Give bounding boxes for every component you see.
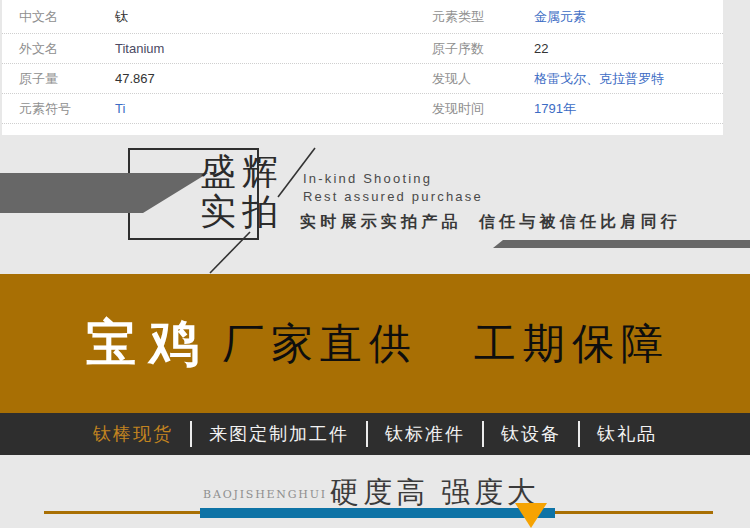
field-value-link[interactable]: 1791年 [534, 100, 723, 118]
shoot-english-text: In-kind Shooting Rest assured purchase [303, 170, 483, 205]
brand-line-2: 实拍 [158, 192, 284, 232]
category-item-custom-machining[interactable]: 来图定制加工件 [209, 422, 349, 446]
shoot-section: 盛辉 实拍 In-kind Shooting Rest assured purc… [0, 135, 750, 274]
table-row: 中文名 钛 元素类型 金属元素 [2, 0, 723, 34]
field-value: Titanium [115, 41, 432, 56]
shoot-en-line2: Rest assured purchase [303, 188, 483, 206]
promo-banner: 宝鸡 厂家直供 工期保障 [0, 274, 750, 413]
field-value-link[interactable]: Ti [115, 101, 432, 116]
table-row: 原子量 47.867 发现人 格雷戈尔、克拉普罗特 [2, 64, 723, 94]
divider [190, 421, 192, 447]
field-label: 原子序数 [432, 40, 534, 58]
field-label: 原子量 [2, 70, 115, 88]
table-row: 外文名 Titanium 原子序数 22 [2, 34, 723, 64]
element-info-table: 中文名 钛 元素类型 金属元素 外文名 Titanium 原子序数 22 原子量… [2, 0, 723, 135]
divider [578, 421, 580, 447]
field-value-link[interactable]: 金属元素 [534, 8, 723, 26]
accent-line-right [555, 511, 713, 514]
field-value: 钛 [115, 8, 432, 26]
field-value: 22 [534, 41, 723, 56]
field-label: 元素符号 [2, 100, 115, 118]
banner-slogan-1: 厂家直供 [222, 316, 418, 372]
accent-line-left [44, 511, 200, 514]
category-item-equipment[interactable]: 钛设备 [501, 422, 561, 446]
brand-name: 盛辉 实拍 [158, 152, 278, 232]
category-item-gifts[interactable]: 钛礼品 [597, 422, 657, 446]
shoot-tagline: 实时展示实拍产品 信任与被信任比肩同行 [300, 212, 681, 233]
table-row: 元素符号 Ti 发现时间 1791年 [2, 94, 723, 124]
bottom-strip: BAOJISHENGHUI 硬度高 强度大 [0, 455, 750, 528]
banner-slogan-2: 工期保障 [474, 316, 670, 372]
field-label: 元素类型 [432, 8, 534, 26]
category-item-standard-parts[interactable]: 钛标准件 [385, 422, 465, 446]
divider [366, 421, 368, 447]
field-label: 发现时间 [432, 100, 534, 118]
category-bar: 钛棒现货 来图定制加工件 钛标准件 钛设备 钛礼品 [0, 413, 750, 455]
shoot-en-line1: In-kind Shooting [303, 170, 483, 188]
brand-name-english: BAOJISHENGHUI [203, 488, 327, 501]
orange-triangle-marker [515, 503, 547, 528]
field-value-link[interactable]: 格雷戈尔、克拉普罗特 [534, 70, 723, 88]
field-label: 发现人 [432, 70, 534, 88]
brand-line-1: 盛辉 [158, 152, 284, 192]
gray-band-right [493, 240, 750, 248]
field-label: 外文名 [2, 40, 115, 58]
field-label: 中文名 [2, 8, 115, 26]
blue-accent-bar [200, 508, 555, 518]
category-item-titanium-rod[interactable]: 钛棒现货 [93, 422, 173, 446]
bottom-slogan: 硬度高 强度大 [330, 473, 540, 513]
page: 中文名 钛 元素类型 金属元素 外文名 Titanium 原子序数 22 原子量… [0, 0, 750, 528]
divider [482, 421, 484, 447]
banner-city: 宝鸡 [86, 310, 212, 377]
field-value: 47.867 [115, 71, 432, 86]
